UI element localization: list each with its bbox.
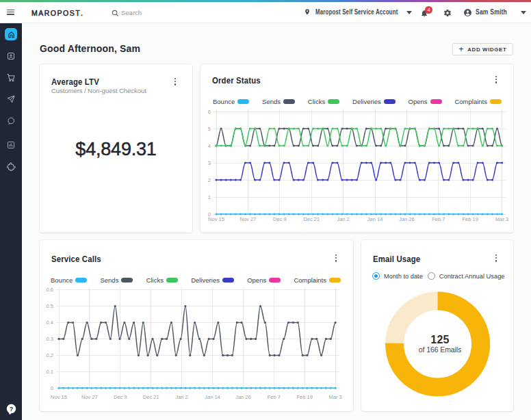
svg-text:0.3: 0.3 [47, 336, 53, 342]
svg-text:3: 3 [208, 160, 211, 166]
svg-text:Jan 2: Jan 2 [337, 216, 349, 222]
svg-text:Dec 21: Dec 21 [303, 216, 320, 222]
svg-text:Jan 2: Jan 2 [175, 394, 187, 400]
svg-text:0: 0 [51, 385, 53, 391]
svg-text:6: 6 [208, 109, 211, 115]
svg-text:Mar 3: Mar 3 [495, 216, 508, 222]
svg-text:Dec 9: Dec 9 [273, 216, 287, 222]
svg-text:2: 2 [208, 177, 211, 183]
svg-text:1: 1 [208, 194, 211, 200]
svg-text:Dec 21: Dec 21 [143, 394, 159, 400]
svg-text:Feb 7: Feb 7 [268, 394, 281, 400]
svg-text:Feb 19: Feb 19 [463, 216, 478, 222]
svg-text:0.2: 0.2 [47, 352, 53, 358]
svg-text:0.4: 0.4 [47, 319, 53, 326]
svg-text:0.6: 0.6 [47, 287, 53, 293]
svg-text:Nov 15: Nov 15 [51, 394, 67, 400]
svg-text:0.1: 0.1 [47, 369, 53, 375]
svg-text:4: 4 [208, 143, 211, 149]
svg-text:Nov 27: Nov 27 [240, 216, 257, 222]
svg-text:Jan 26: Jan 26 [399, 216, 415, 222]
svg-text:Dec 9: Dec 9 [114, 394, 127, 400]
svg-text:5: 5 [208, 126, 211, 132]
svg-text:0.5: 0.5 [47, 303, 53, 309]
svg-text:Feb 7: Feb 7 [432, 216, 445, 222]
svg-text:?: ? [10, 406, 14, 412]
svg-text:Feb 19: Feb 19 [297, 394, 313, 400]
svg-text:Nov 27: Nov 27 [81, 394, 98, 400]
svg-text:Jan 14: Jan 14 [205, 394, 220, 400]
svg-text:Jan 14: Jan 14 [367, 216, 383, 222]
svg-text:Mar 3: Mar 3 [329, 394, 342, 400]
svg-text:Nov 15: Nov 15 [208, 216, 224, 222]
svg-text:Jan 26: Jan 26 [235, 394, 251, 400]
